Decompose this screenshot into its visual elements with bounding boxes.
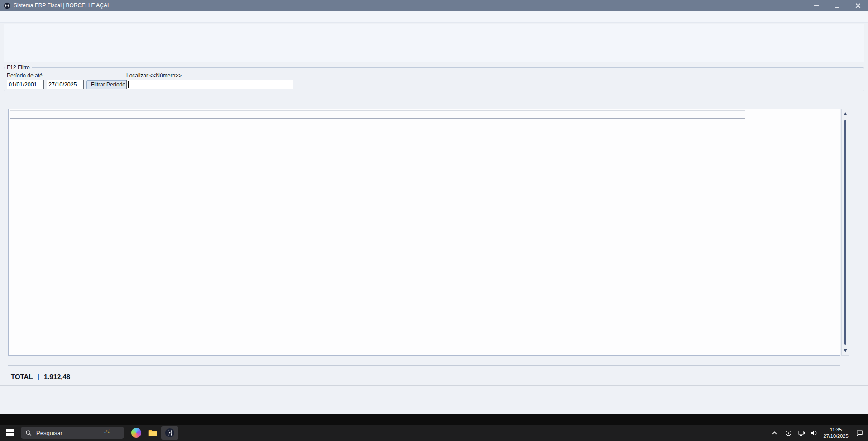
grid-header-row [10, 110, 745, 119]
search-icon [25, 430, 32, 436]
taskbar: Pesquisar 11:35 27/10/2025 [0, 425, 868, 441]
copilot-icon[interactable] [131, 428, 141, 438]
total-value: 1.912,48 [44, 373, 70, 380]
filter-group-label: F12 Filtro [5, 64, 32, 71]
bottom-tabs [8, 356, 840, 366]
tray-chevron-up-icon[interactable] [771, 429, 778, 437]
windows-logo-icon [6, 429, 14, 436]
tray-volume-icon[interactable] [810, 429, 818, 437]
scroll-down-icon[interactable] [844, 349, 847, 352]
menu-bar [0, 11, 868, 23]
status-bar [0, 414, 868, 425]
notification-center-icon[interactable] [856, 429, 863, 437]
total-label: TOTAL [11, 373, 33, 380]
window-controls [806, 0, 868, 11]
screen: Sistema ERP Fiscal | BORCELLE AÇAI F12 F… [0, 0, 868, 441]
title-bar: Sistema ERP Fiscal | BORCELLE AÇAI [0, 0, 868, 11]
maximize-icon [835, 4, 839, 8]
minimize-icon [814, 5, 819, 6]
app-logo-icon [4, 2, 10, 9]
tray-network-icon[interactable] [798, 429, 806, 437]
date-to-input[interactable] [47, 80, 84, 89]
sales-grid-panel [8, 109, 840, 356]
total-strip: TOTAL | 1.912,48 [0, 368, 868, 386]
search-label: Localizar <<Número>> [126, 72, 182, 79]
close-button[interactable] [847, 0, 868, 11]
filter-group: F12 Filtro Período de até Filtrar Períod… [4, 64, 864, 91]
period-label: Período de até [7, 72, 43, 79]
search-placeholder: Pesquisar [36, 430, 62, 436]
start-button[interactable] [0, 425, 20, 441]
main-toolbar [4, 24, 864, 62]
copilot-sparkle-icon [103, 428, 120, 438]
file-explorer-icon[interactable] [148, 428, 158, 438]
text-caret [128, 81, 129, 88]
tray-ime-icon[interactable] [785, 429, 792, 437]
erp-app-taskbar-icon[interactable] [161, 426, 178, 440]
search-input[interactable] [126, 80, 293, 89]
clock-time: 11:35 [818, 427, 854, 433]
close-icon [855, 3, 860, 8]
clock-date: 27/10/2025 [818, 433, 854, 439]
total-separator: | [38, 373, 39, 380]
vertical-scrollbar[interactable] [841, 109, 849, 356]
maximize-button[interactable] [826, 0, 847, 11]
date-from-input[interactable] [7, 80, 44, 89]
window-title: Sistema ERP Fiscal | BORCELLE AÇAI [14, 2, 109, 9]
taskbar-clock[interactable]: 11:35 27/10/2025 [818, 427, 854, 439]
taskbar-search[interactable]: Pesquisar [21, 427, 124, 439]
scroll-up-icon[interactable] [844, 112, 847, 115]
minimize-button[interactable] [806, 0, 826, 11]
scrollbar-thumb[interactable] [844, 120, 846, 345]
filter-period-button[interactable]: Filtrar Período [86, 80, 130, 89]
